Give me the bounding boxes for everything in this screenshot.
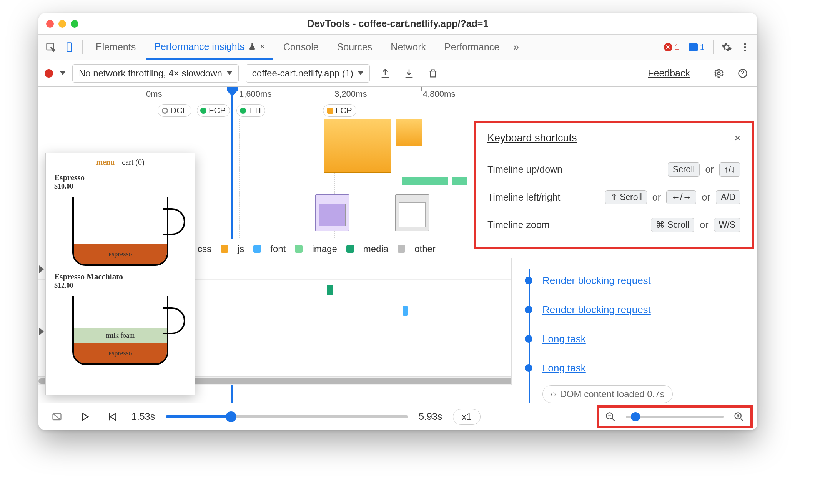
divider (82, 40, 83, 54)
play-icon[interactable] (76, 408, 93, 425)
recording-value: coffee-cart.netlify.app (1) (252, 68, 353, 79)
more-menu-icon[interactable] (737, 39, 753, 56)
throttling-dropdown[interactable]: No network throttling, 4× slowdown (72, 64, 239, 83)
device-toolbar-icon[interactable] (61, 39, 78, 56)
close-icon[interactable]: × (735, 132, 740, 144)
kbd-key: ⌘ Scroll (651, 218, 694, 232)
kbd-key: W/S (714, 218, 740, 232)
keyboard-shortcuts-popup: Keyboard shortcuts × Timeline up/down Sc… (474, 121, 754, 249)
insight-item[interactable]: Render blocking request (542, 266, 746, 295)
marker-fcp[interactable]: FCP (197, 104, 230, 117)
svg-point-2 (744, 43, 746, 45)
flask-icon (248, 43, 256, 50)
overflow-tabs-button[interactable]: » (509, 41, 522, 53)
marker-square-icon (327, 108, 333, 114)
error-badge[interactable]: ✕ 1 (660, 41, 683, 53)
playback-time-left: 1.53s (131, 411, 155, 422)
marker-label: DCL (170, 106, 187, 116)
message-icon (689, 43, 698, 51)
playback-speed-pill[interactable]: x1 (453, 409, 480, 425)
insight-link[interactable]: Render blocking request (542, 275, 651, 287)
request-block[interactable] (327, 285, 333, 295)
kbd-key: A/D (716, 190, 740, 204)
insight-link[interactable]: Long task (542, 333, 586, 345)
insight-link[interactable]: Long task (542, 362, 586, 374)
task-bar[interactable] (402, 177, 448, 185)
export-icon[interactable] (377, 65, 394, 82)
request-block[interactable] (403, 306, 408, 316)
divider (700, 66, 700, 80)
marker-tti[interactable]: TTI (236, 104, 265, 117)
inspect-element-icon[interactable] (42, 39, 59, 56)
insight-item[interactable]: Render blocking request (542, 295, 746, 324)
window-controls (46, 20, 78, 28)
window-minimize-button[interactable] (58, 20, 66, 28)
svg-rect-1 (67, 43, 72, 51)
import-icon[interactable] (401, 65, 417, 82)
kbd-key: ⇧ Scroll (605, 190, 647, 204)
window-close-button[interactable] (46, 20, 54, 28)
zoom-controls-highlight (597, 405, 753, 428)
legend-swatch (253, 245, 261, 253)
task-block[interactable] (396, 119, 422, 146)
zoom-out-icon[interactable] (604, 411, 617, 423)
kbd-key: ↑/↓ (719, 162, 740, 177)
timeline-ruler[interactable]: 0ms 1,600ms 3,200ms 4,800ms (38, 87, 757, 102)
marker-dot-icon (200, 108, 206, 114)
no-screenshots-icon[interactable] (48, 408, 65, 425)
expand-triangle-icon[interactable] (39, 328, 44, 335)
insight-item[interactable]: Long task (542, 353, 746, 383)
task-block[interactable] (324, 119, 391, 173)
expand-triangle-icon[interactable] (39, 265, 44, 273)
feedback-link[interactable]: Feedback (648, 68, 690, 79)
or-text: or (702, 192, 710, 203)
insight-dot-icon (525, 364, 532, 372)
screenshot-thumbnail[interactable] (315, 194, 349, 231)
panel-settings-gear-icon[interactable] (710, 65, 727, 82)
insights-main-pane: 0ms 1,600ms 3,200ms 4,800ms DCL FCP TTI … (38, 87, 757, 403)
or-text: or (652, 192, 661, 203)
task-bar[interactable] (452, 177, 467, 185)
playback-slider[interactable] (166, 415, 408, 418)
insight-item[interactable]: Long task (542, 324, 746, 353)
marker-dcl[interactable]: DCL (158, 104, 191, 117)
window-zoom-button[interactable] (71, 20, 78, 28)
settings-gear-icon[interactable] (718, 39, 735, 56)
tab-elements[interactable]: Elements (87, 35, 144, 60)
marker-dot-icon (162, 108, 168, 114)
tab-network[interactable]: Network (382, 35, 434, 60)
recording-dropdown[interactable]: coffee-cart.netlify.app (1) (246, 64, 370, 83)
insight-dot-icon (525, 335, 532, 343)
record-button[interactable] (45, 69, 53, 78)
preview-menu-tab: menu (96, 158, 115, 166)
preview-nav: menu cart (0) (50, 158, 190, 167)
legend-label: media (363, 244, 388, 254)
or-text: or (705, 164, 714, 175)
screenshot-thumbnail[interactable] (395, 194, 429, 231)
tab-console[interactable]: Console (275, 35, 327, 60)
zoom-slider[interactable] (626, 416, 724, 418)
insight-item[interactable]: ○ DOM content loaded 0.7s (542, 383, 746, 403)
tab-sources[interactable]: Sources (329, 35, 381, 60)
slider-knob[interactable] (631, 412, 640, 421)
record-menu-chevron[interactable] (60, 71, 65, 75)
close-icon[interactable]: × (260, 41, 265, 51)
help-icon[interactable] (734, 65, 751, 82)
marker-label: LCP (336, 106, 352, 116)
insights-sidebar: Render blocking request Render blocking … (511, 258, 757, 385)
insight-link[interactable]: Render blocking request (542, 304, 651, 316)
delete-icon[interactable] (424, 65, 441, 82)
legend-swatch (221, 245, 228, 253)
insight-pill[interactable]: ○ DOM content loaded 0.7s (542, 385, 673, 403)
marker-lcp[interactable]: LCP (323, 104, 356, 117)
tab-performance-insights[interactable]: Performance insights × (146, 35, 273, 60)
preview-product: Espresso $10.00 espresso (54, 173, 186, 266)
svg-point-3 (744, 46, 746, 48)
slider-knob[interactable] (226, 411, 236, 422)
popup-title[interactable]: Keyboard shortcuts (487, 132, 577, 144)
tab-performance[interactable]: Performance (436, 35, 508, 60)
messages-badge[interactable]: 1 (685, 41, 709, 53)
rewind-icon[interactable] (104, 408, 121, 425)
legend-swatch (346, 245, 354, 253)
zoom-in-icon[interactable] (733, 411, 745, 423)
